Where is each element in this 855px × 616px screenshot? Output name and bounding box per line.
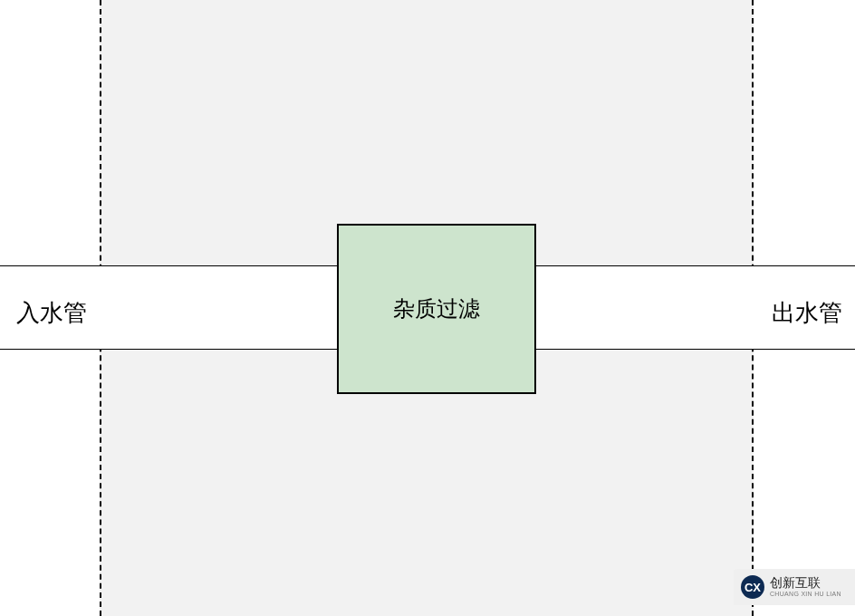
watermark: CX 创新互联 CHUANG XIN HU LIAN	[734, 569, 855, 605]
watermark-logo-icon: CX	[741, 575, 764, 599]
filter-box: 杂质过滤	[337, 224, 536, 394]
outlet-pipe-label: 出水管	[772, 297, 842, 329]
inlet-pipe-label: 入水管	[16, 297, 87, 329]
watermark-text-group: 创新互联 CHUANG XIN HU LIAN	[770, 576, 841, 597]
watermark-brand-cn: 创新互联	[770, 576, 841, 590]
watermark-brand-en: CHUANG XIN HU LIAN	[770, 591, 841, 598]
filter-box-label: 杂质过滤	[393, 294, 480, 323]
watermark-logo-text: CX	[745, 581, 761, 594]
